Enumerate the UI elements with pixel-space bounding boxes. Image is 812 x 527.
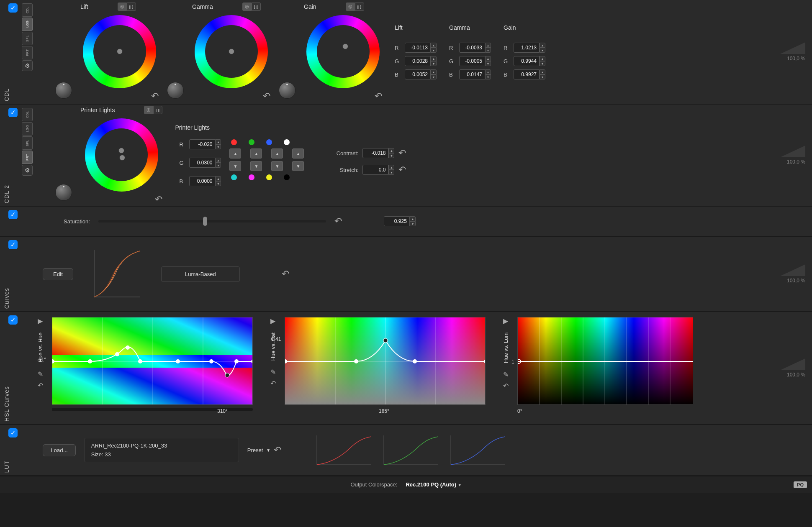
r-up[interactable]: ▲: [229, 148, 241, 159]
g-down[interactable]: ▼: [250, 161, 262, 171]
w-down[interactable]: ▼: [292, 161, 304, 171]
svg-point-29: [354, 359, 358, 363]
cdl-enable-checkbox[interactable]: ✓: [8, 3, 18, 13]
curves-enable-checkbox[interactable]: ✓: [8, 240, 18, 249]
lut-load-button[interactable]: Load...: [43, 444, 76, 456]
color-dot: [231, 139, 237, 145]
svg-point-13: [88, 359, 92, 363]
gamma-numeric: Gamma R▲▼ G▲▼ B▲▼: [449, 24, 491, 79]
gain-reset[interactable]: ↶: [375, 91, 382, 102]
lift-mode-a[interactable]: ◎: [118, 3, 127, 11]
color-dot: [266, 139, 272, 145]
lift-g-input[interactable]: [405, 56, 431, 66]
hsl-mix[interactable]: 100,0 %: [780, 358, 805, 378]
lut-curve-r: [315, 433, 373, 467]
contrast-input[interactable]: [362, 148, 388, 158]
gamma-mode-a[interactable]: ◎: [242, 3, 252, 11]
cdl2-enable-checkbox[interactable]: ✓: [8, 108, 18, 117]
lift-mode-b[interactable]: ⫿⫿: [127, 3, 136, 11]
gain-master-knob[interactable]: [279, 82, 296, 99]
printer-mode-b[interactable]: ⫿⫿: [153, 106, 162, 114]
gain-r-input[interactable]: [514, 43, 540, 53]
printer-b-input[interactable]: [189, 176, 215, 186]
play-icon[interactable]: ▶: [38, 317, 43, 325]
eyedropper-icon[interactable]: ✎: [503, 371, 509, 379]
hue-lum-canvas[interactable]: [517, 317, 693, 405]
r-down[interactable]: ▼: [229, 161, 241, 171]
hsl-enable-checkbox[interactable]: ✓: [8, 315, 18, 325]
play-icon[interactable]: ▶: [503, 317, 508, 325]
gain-title: Gain: [304, 3, 316, 10]
sat-enable-checkbox[interactable]: ✓: [8, 210, 18, 219]
b-down[interactable]: ▼: [271, 161, 283, 171]
gain-mode-b[interactable]: ⫿⫿: [355, 3, 364, 11]
saturation-label: Saturation:: [64, 218, 90, 225]
gamma-g-input[interactable]: [459, 56, 485, 66]
curves-reset[interactable]: ↶: [282, 269, 289, 279]
printer-mode-a[interactable]: ◎: [144, 106, 153, 114]
color-dot: [266, 174, 272, 180]
cdl2-mix[interactable]: 100,0 %: [780, 146, 805, 165]
lut-panel: ✓ LUT Load... ARRI_Rec2100-PQ-1K-200_33 …: [0, 425, 812, 476]
svg-marker-1: [780, 146, 805, 157]
gamma-master-knob[interactable]: [167, 82, 184, 99]
cdl-panel: ✓ CDL CDL LGG SPL PRT ⚙ Lift ◎ ⫿⫿ ↶ Gamm…: [0, 0, 812, 105]
output-colorspace-label: Output Colorspace:: [350, 481, 397, 488]
output-colorspace-dropdown[interactable]: Rec.2100 PQ (Auto) ▼: [406, 481, 461, 488]
gamma-color-wheel[interactable]: [195, 15, 268, 88]
gain-color-wheel[interactable]: [306, 15, 380, 88]
eyedropper-icon[interactable]: ✎: [270, 368, 276, 376]
curves-preview: [90, 247, 144, 301]
hue-hue-canvas[interactable]: [52, 317, 253, 405]
hue-sat-canvas[interactable]: [285, 317, 486, 405]
saturation-input[interactable]: [384, 216, 410, 226]
curves-edit-button[interactable]: Edit: [43, 268, 73, 280]
saturation-slider[interactable]: [98, 220, 326, 223]
lut-enable-checkbox[interactable]: ✓: [8, 428, 18, 437]
b-up[interactable]: ▲: [271, 148, 283, 159]
lift-color-wheel[interactable]: [83, 15, 156, 88]
stretch-input[interactable]: [362, 165, 388, 175]
lift-r-input[interactable]: [405, 43, 431, 53]
hsl-panel: ✓ HSL Curves ▶ Hue vs. Hue ✎ ↶ -61°: [0, 312, 812, 425]
curves-mode-dropdown[interactable]: Luma-Based: [161, 266, 240, 282]
svg-point-17: [176, 359, 180, 363]
lut-label: LUT: [3, 460, 10, 473]
printer-reset[interactable]: ↶: [155, 194, 162, 205]
lift-reset[interactable]: ↶: [151, 91, 159, 102]
gamma-reset[interactable]: ↶: [263, 91, 270, 102]
printer-r-input[interactable]: [189, 139, 215, 149]
g-up[interactable]: ▲: [250, 148, 262, 159]
gain-mode-a[interactable]: ◎: [346, 3, 355, 11]
gain-b-input[interactable]: [514, 69, 540, 79]
preset-reset[interactable]: ↶: [274, 445, 281, 455]
svg-marker-4: [780, 264, 805, 276]
lift-numeric: Lift R▲▼ G▲▼ B▲▼: [395, 24, 437, 79]
printer-wheel-title: Printer Lights: [80, 107, 115, 113]
printer-master-knob[interactable]: [55, 184, 72, 201]
play-icon[interactable]: ▶: [270, 317, 275, 325]
curves-label: Curves: [3, 288, 10, 309]
footer-bar: Output Colorspace: Rec.2100 PQ (Auto) ▼ …: [0, 476, 812, 493]
reset-icon[interactable]: ↶: [503, 382, 509, 390]
printer-color-wheel[interactable]: [85, 118, 158, 192]
gamma-mode-b[interactable]: ⫿⫿: [252, 3, 261, 11]
preset-dropdown-icon[interactable]: ▼: [266, 448, 270, 453]
gamma-r-input[interactable]: [459, 43, 485, 53]
gain-g-input[interactable]: [514, 56, 540, 66]
gamma-b-input[interactable]: [459, 69, 485, 79]
cdl2-label: CDL 2: [3, 185, 10, 203]
stretch-reset[interactable]: ↶: [398, 164, 406, 175]
lift-b-input[interactable]: [405, 69, 431, 79]
printer-g-input[interactable]: [189, 158, 215, 168]
lift-master-knob[interactable]: [55, 82, 72, 99]
lut-name: ARRI_Rec2100-PQ-1K-200_33: [91, 443, 232, 449]
w-up[interactable]: ▲: [292, 148, 304, 159]
sat-reset[interactable]: ↶: [334, 216, 342, 227]
contrast-reset[interactable]: ↶: [398, 148, 406, 159]
reset-icon[interactable]: ↶: [38, 381, 43, 389]
curves-mix[interactable]: 100,0 %: [780, 264, 805, 284]
cdl-mix[interactable]: 100,0 %: [780, 42, 805, 61]
reset-icon[interactable]: ↶: [270, 379, 276, 387]
eyedropper-icon[interactable]: ✎: [38, 370, 43, 378]
